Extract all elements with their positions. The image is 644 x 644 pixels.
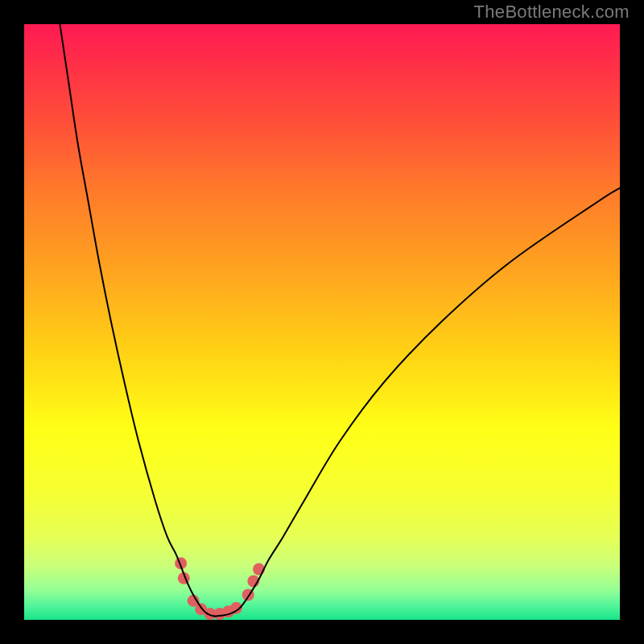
plot-background bbox=[24, 24, 620, 620]
plot-area bbox=[24, 24, 620, 620]
chart-frame: TheBottleneck.com bbox=[0, 0, 644, 644]
plot-svg bbox=[24, 24, 620, 620]
watermark: TheBottleneck.com bbox=[474, 2, 630, 23]
